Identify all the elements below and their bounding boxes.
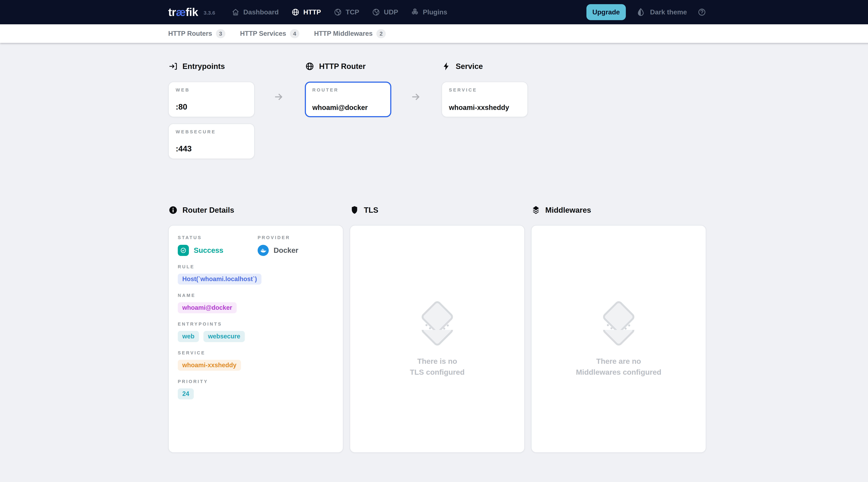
logo-pre: tr	[168, 6, 176, 19]
entrypoints-column: WEB :80 WEBSECURE :443	[168, 82, 255, 159]
home-icon	[231, 8, 240, 17]
name-group: NAME whoami@docker	[178, 293, 334, 313]
navbar-right-actions: Upgrade Dark theme	[586, 4, 706, 20]
tab-http-services[interactable]: HTTP Services 4	[240, 29, 299, 38]
tls-card: There is no TLS configured	[350, 225, 525, 453]
name-label: NAME	[178, 293, 334, 298]
docker-whale-icon	[259, 246, 267, 254]
docker-icon	[258, 245, 269, 256]
tab-count-badge: 4	[290, 29, 299, 38]
check-circle-icon	[179, 246, 187, 254]
service-card[interactable]: SERVICE whoami-xxsheddy	[441, 82, 528, 117]
entrypoint-card-websecure: WEBSECURE :443	[168, 123, 255, 159]
status-success-icon	[178, 245, 189, 256]
tab-http-middlewares[interactable]: HTTP Middlewares 2	[314, 29, 386, 38]
tab-count-badge: 3	[216, 29, 225, 38]
traefik-logo-text: træfik	[168, 6, 198, 19]
provider-value: Docker	[274, 246, 298, 254]
router-card-value: whoami@docker	[312, 104, 384, 112]
entrypoint-card-label: WEB	[176, 87, 247, 93]
entrypoint-card-value: :80	[176, 102, 247, 112]
tab-http-routers[interactable]: HTTP Routers 3	[168, 29, 225, 38]
service-heading: Service	[441, 61, 528, 71]
nav-item-plugins[interactable]: Plugins	[410, 8, 447, 17]
main-content: Entrypoints HTTP Router Service WEB :80	[168, 43, 706, 453]
nav-label-udp: UDP	[384, 8, 398, 16]
entrypoints-label: ENTRYPOINTS	[178, 322, 334, 327]
theme-toggle-label: Dark theme	[650, 8, 687, 16]
status-label: STATUS	[178, 235, 258, 240]
bolt-icon	[441, 61, 451, 71]
middlewares-empty-line2: Middlewares configured	[576, 367, 661, 378]
traefik-dashboard-page: træfik 3.3.6 Dashboard HTTP TCP	[0, 0, 868, 453]
service-chip: whoami-xxsheddy	[178, 360, 241, 371]
help-icon	[698, 8, 706, 17]
globe-icon	[305, 61, 315, 71]
tls-title: TLS	[364, 206, 378, 214]
contrast-droplet-icon	[636, 8, 645, 17]
nav-item-tcp[interactable]: TCP	[334, 8, 359, 17]
arrow-right-icon	[411, 92, 421, 102]
entrypoint-card-value: :443	[176, 144, 247, 153]
provider-label: PROVIDER	[258, 235, 334, 240]
service-card-value: whoami-xxsheddy	[449, 104, 521, 112]
service-group: SERVICE whoami-xxsheddy	[178, 350, 334, 371]
middlewares-empty-message: There are no Middlewares configured	[576, 356, 661, 378]
details-section: Router Details TLS Middlewares STATUS	[168, 204, 706, 453]
http-router-title: HTTP Router	[319, 62, 366, 71]
stacked-layers-illustration	[596, 300, 641, 348]
tab-label: HTTP Services	[240, 30, 286, 37]
entrypoint-card-web: WEB :80	[168, 82, 255, 117]
router-card-label: ROUTER	[312, 87, 384, 93]
info-icon	[168, 205, 178, 215]
tls-empty-message: There is no TLS configured	[410, 356, 465, 378]
priority-chip: 24	[178, 388, 194, 399]
upgrade-button[interactable]: Upgrade	[586, 4, 626, 20]
router-flow-section: Entrypoints HTTP Router Service WEB :80	[168, 60, 706, 159]
router-card[interactable]: ROUTER whoami@docker	[305, 82, 391, 117]
priority-group: PRIORITY 24	[178, 379, 334, 399]
tab-count-badge: 2	[376, 29, 386, 38]
entrypoint-chip: websecure	[204, 331, 245, 342]
provider-group: PROVIDER Docker	[258, 235, 334, 256]
nav-item-udp[interactable]: UDP	[372, 8, 398, 17]
logo-post: fik	[186, 6, 198, 19]
middlewares-empty-line1: There are no	[576, 356, 661, 367]
service-card-label: SERVICE	[449, 87, 521, 93]
stream-circle-icon	[372, 8, 380, 17]
arrow-right-icon	[274, 92, 284, 102]
theme-toggle[interactable]: Dark theme	[636, 8, 687, 17]
help-button[interactable]	[698, 8, 706, 17]
nav-label-tcp: TCP	[346, 8, 359, 16]
router-details-card: STATUS Success PROVIDER	[168, 225, 343, 453]
nav-item-dashboard[interactable]: Dashboard	[231, 8, 279, 17]
shield-icon	[350, 205, 359, 215]
name-chip: whoami@docker	[178, 302, 237, 313]
top-navbar: træfik 3.3.6 Dashboard HTTP TCP	[0, 0, 868, 24]
entrypoints-title: Entrypoints	[182, 62, 225, 71]
service-label: SERVICE	[178, 350, 334, 356]
status-value: Success	[194, 246, 223, 254]
traefik-logo[interactable]: træfik 3.3.6	[168, 6, 215, 19]
nav-item-http[interactable]: HTTP	[291, 8, 321, 17]
tls-heading: TLS	[350, 205, 525, 215]
nav-label-plugins: Plugins	[423, 8, 447, 16]
status-group: STATUS Success	[178, 235, 258, 256]
rule-group: RULE Host(`whoami.localhost`)	[178, 264, 334, 284]
http-router-heading: HTTP Router	[305, 61, 391, 71]
nav-label-dashboard: Dashboard	[243, 8, 279, 16]
rule-label: RULE	[178, 264, 334, 269]
rule-chip: Host(`whoami.localhost`)	[178, 274, 261, 284]
nav-label-http: HTTP	[303, 8, 321, 16]
tls-empty-line2: TLS configured	[410, 367, 465, 378]
middlewares-heading: Middlewares	[531, 205, 706, 215]
login-arrow-icon	[168, 61, 178, 71]
entrypoint-chip: web	[178, 331, 199, 342]
middlewares-title: Middlewares	[545, 206, 591, 214]
layers-icon	[531, 205, 541, 215]
router-details-title: Router Details	[182, 206, 234, 214]
logo-ae: æ	[176, 6, 186, 19]
entrypoints-group: ENTRYPOINTS web websecure	[178, 322, 334, 342]
priority-label: PRIORITY	[178, 379, 334, 384]
stacked-layers-illustration	[415, 300, 460, 348]
